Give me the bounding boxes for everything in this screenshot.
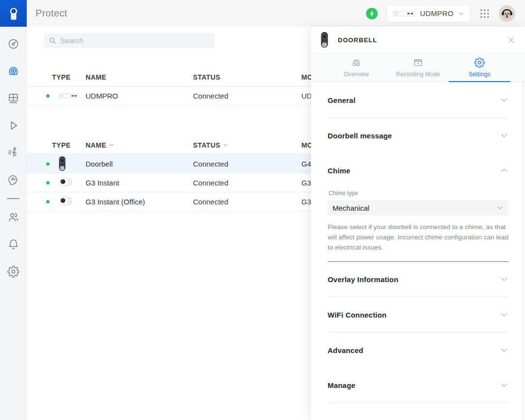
section-advanced[interactable]: Advanced (328, 333, 508, 368)
console-name: UDMPRO (420, 9, 454, 17)
sidebar-item-dashboard[interactable] (0, 30, 27, 57)
column-header-name[interactable]: NAME (86, 141, 193, 149)
close-panel-button[interactable] (507, 36, 515, 44)
sort-chevron-icon (109, 142, 114, 148)
search-icon (49, 36, 56, 45)
online-status-dot (46, 162, 50, 166)
apps-grid-icon (479, 8, 490, 19)
chevron-down-icon (500, 131, 508, 140)
chevron-down-icon (500, 96, 508, 104)
sidebar-item-users[interactable] (0, 203, 27, 231)
row-name: UDMPRO (86, 92, 193, 100)
device-detail-panel: DOORBELL Overview (311, 27, 525, 420)
console-selector[interactable]: UDMPRO (386, 5, 471, 22)
online-status-dot (46, 181, 50, 185)
gear-icon (474, 57, 485, 68)
column-header-status[interactable]: STATUS (193, 141, 301, 149)
sidebar-item-multiview[interactable] (0, 84, 27, 112)
dashboard-icon (7, 38, 19, 50)
search-input[interactable] (60, 36, 210, 45)
section-overlay-information[interactable]: Overlay Information (328, 262, 508, 297)
udmpro-thumb (59, 93, 86, 99)
chevron-down-icon (500, 346, 508, 354)
doorbell-device-image (321, 32, 328, 48)
chevron-down-icon (458, 11, 464, 17)
sidebar-item-smart-detections[interactable] (0, 166, 27, 193)
section-doorbell-message[interactable]: Doorbell message (328, 118, 508, 153)
camera-logo-icon (5, 5, 22, 22)
multiview-icon (7, 92, 19, 104)
row-status: Connected (193, 160, 301, 168)
chime-type-value: Mechanical (332, 204, 369, 212)
smart-detect-icon (7, 173, 19, 186)
close-icon (507, 36, 515, 44)
sidebar-item-cameras[interactable] (0, 57, 27, 84)
binoculars-icon (350, 57, 362, 68)
chevron-down-icon (497, 204, 504, 211)
tab-label: Overview (344, 71, 369, 78)
sidebar-item-detections[interactable] (0, 139, 27, 166)
detections-icon (7, 146, 19, 159)
section-chime[interactable]: Chime (328, 153, 508, 188)
g3-instant-thumb (59, 196, 86, 207)
chime-help-text: Please select if your doorbell is connec… (328, 222, 508, 252)
sort-chevron-icon (223, 142, 228, 148)
page-title: Protect (35, 8, 67, 19)
section-wifi-connection[interactable]: WiFi Connection (328, 297, 508, 332)
chevron-down-icon (500, 275, 508, 284)
column-header-status: STATUS (193, 73, 301, 81)
settings-icon (7, 266, 19, 278)
playback-icon (7, 119, 19, 132)
panel-scrollbar[interactable] (523, 83, 524, 420)
power-status-badge[interactable] (366, 8, 378, 19)
panel-header: DOORBELL (311, 27, 525, 53)
user-avatar[interactable] (499, 5, 515, 22)
tab-overview[interactable]: Overview (326, 53, 387, 82)
notifications-icon (7, 238, 19, 251)
row-name: G3 Instant (86, 179, 193, 187)
chime-section-body: Chime type Mechanical Please select if y… (328, 190, 508, 262)
online-status-dot (46, 200, 50, 203)
chime-type-select[interactable]: Mechanical (328, 200, 508, 216)
section-manage[interactable]: Manage (328, 368, 508, 403)
column-header-type: TYPE (46, 73, 86, 81)
doorbell-thumb (59, 156, 86, 171)
users-icon (7, 211, 19, 223)
chevron-down-icon (500, 310, 508, 319)
row-status: Connected (193, 179, 301, 187)
recording-mode-icon (412, 57, 424, 68)
settings-sections: General Doorbell message Chime Chime typ… (311, 83, 525, 420)
tab-settings[interactable]: Settings (449, 53, 510, 82)
panel-device-title: DOORBELL (338, 36, 377, 44)
row-status: Connected (193, 198, 301, 206)
section-general[interactable]: General (328, 83, 508, 118)
tab-label: Recording Mode (396, 71, 440, 78)
column-header-type: TYPE (46, 141, 86, 149)
udmpro-device-image (393, 11, 415, 17)
lightning-bolt-icon (369, 10, 375, 17)
chevron-up-icon (500, 166, 508, 175)
g3-instant-thumb (59, 177, 86, 188)
chime-type-label: Chime type (328, 190, 508, 197)
left-nav-sidebar (0, 27, 27, 420)
panel-tabs: Overview Recording Mode Settings (311, 53, 525, 82)
chevron-down-icon (500, 381, 508, 389)
apps-grid-button[interactable] (479, 8, 490, 19)
online-status-dot (46, 94, 50, 98)
row-name: Doorbell (86, 160, 193, 168)
cameras-icon (7, 65, 19, 77)
sidebar-item-playback[interactable] (0, 112, 27, 139)
avatar-dog-image (499, 5, 515, 22)
tab-recording-mode[interactable]: Recording Mode (387, 53, 449, 82)
sidebar-item-notifications[interactable] (0, 231, 27, 258)
row-name: G3 Instant (Office) (86, 198, 193, 206)
row-status: Connected (193, 92, 301, 100)
sidebar-divider (0, 193, 27, 203)
top-bar: Protect UDMPRO (0, 0, 525, 27)
tab-label: Settings (469, 71, 490, 78)
search-box[interactable] (44, 33, 215, 48)
column-header-name: NAME (86, 73, 193, 81)
protect-app-logo[interactable] (0, 0, 27, 27)
section-divider (328, 403, 508, 403)
sidebar-item-settings[interactable] (0, 258, 27, 285)
